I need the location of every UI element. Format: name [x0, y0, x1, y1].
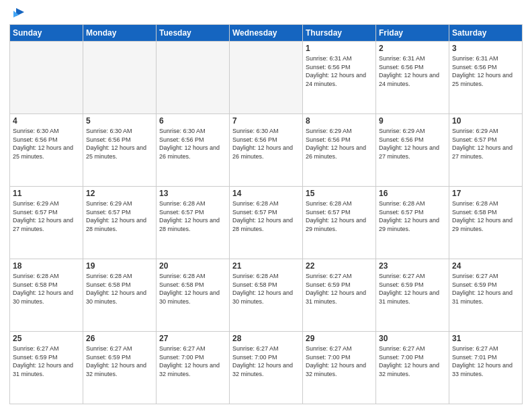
col-header-tuesday: Tuesday [157, 25, 230, 42]
day-info: Sunrise: 6:27 AM Sunset: 6:59 PM Dayligh… [86, 345, 153, 378]
day-cell: 14Sunrise: 6:28 AM Sunset: 6:57 PM Dayli… [230, 187, 303, 259]
day-number: 28 [232, 334, 300, 343]
day-number: 5 [86, 116, 153, 126]
logo-icon [11, 5, 26, 20]
col-header-thursday: Thursday [303, 25, 376, 42]
day-cell: 28Sunrise: 6:27 AM Sunset: 7:00 PM Dayli… [230, 332, 303, 404]
calendar-table: SundayMondayTuesdayWednesdayThursdayFrid… [9, 24, 523, 404]
day-number: 3 [452, 44, 519, 53]
day-number: 7 [232, 116, 300, 126]
day-info: Sunrise: 6:27 AM Sunset: 7:01 PM Dayligh… [452, 345, 519, 378]
col-header-saturday: Saturday [449, 25, 523, 42]
col-header-wednesday: Wednesday [230, 25, 303, 42]
day-info: Sunrise: 6:27 AM Sunset: 7:00 PM Dayligh… [159, 345, 226, 378]
day-cell: 22Sunrise: 6:27 AM Sunset: 6:59 PM Dayli… [303, 259, 376, 332]
page: SundayMondayTuesdayWednesdayThursdayFrid… [0, 0, 532, 411]
day-number: 30 [379, 334, 446, 343]
day-cell: 10Sunrise: 6:29 AM Sunset: 6:57 PM Dayli… [449, 114, 523, 187]
logo [9, 7, 26, 20]
day-number: 8 [306, 116, 373, 126]
day-cell: 24Sunrise: 6:27 AM Sunset: 6:59 PM Dayli… [449, 259, 523, 332]
day-info: Sunrise: 6:27 AM Sunset: 6:59 PM Dayligh… [379, 272, 446, 306]
day-number: 26 [86, 334, 153, 343]
day-number: 21 [232, 261, 300, 271]
day-cell [230, 42, 303, 114]
day-info: Sunrise: 6:27 AM Sunset: 7:00 PM Dayligh… [306, 345, 373, 378]
day-info: Sunrise: 6:30 AM Sunset: 6:56 PM Dayligh… [159, 127, 226, 161]
day-info: Sunrise: 6:28 AM Sunset: 6:58 PM Dayligh… [452, 199, 519, 233]
day-cell: 9Sunrise: 6:29 AM Sunset: 6:56 PM Daylig… [376, 114, 449, 187]
day-info: Sunrise: 6:30 AM Sunset: 6:56 PM Dayligh… [86, 127, 153, 161]
day-cell: 26Sunrise: 6:27 AM Sunset: 6:59 PM Dayli… [83, 332, 157, 404]
day-cell [10, 42, 83, 114]
day-cell: 23Sunrise: 6:27 AM Sunset: 6:59 PM Dayli… [376, 259, 449, 332]
day-number: 2 [379, 44, 446, 53]
day-number: 15 [306, 189, 373, 198]
day-cell: 4Sunrise: 6:30 AM Sunset: 6:56 PM Daylig… [10, 114, 83, 187]
day-cell: 2Sunrise: 6:31 AM Sunset: 6:56 PM Daylig… [376, 42, 449, 114]
day-info: Sunrise: 6:29 AM Sunset: 6:57 PM Dayligh… [452, 127, 519, 161]
day-cell: 20Sunrise: 6:28 AM Sunset: 6:58 PM Dayli… [157, 259, 230, 332]
day-cell: 29Sunrise: 6:27 AM Sunset: 7:00 PM Dayli… [303, 332, 376, 404]
day-number: 31 [452, 334, 519, 343]
day-number: 19 [86, 261, 153, 271]
day-info: Sunrise: 6:29 AM Sunset: 6:56 PM Dayligh… [306, 127, 373, 161]
day-info: Sunrise: 6:27 AM Sunset: 7:00 PM Dayligh… [379, 345, 446, 378]
day-number: 9 [379, 116, 446, 126]
day-number: 6 [159, 116, 226, 126]
day-info: Sunrise: 6:31 AM Sunset: 6:56 PM Dayligh… [379, 54, 446, 88]
day-number: 11 [13, 189, 80, 198]
day-info: Sunrise: 6:30 AM Sunset: 6:56 PM Dayligh… [13, 127, 80, 161]
day-info: Sunrise: 6:27 AM Sunset: 7:00 PM Dayligh… [232, 345, 300, 378]
day-number: 23 [379, 261, 446, 271]
col-header-friday: Friday [376, 25, 449, 42]
week-row-2: 4Sunrise: 6:30 AM Sunset: 6:56 PM Daylig… [10, 114, 523, 187]
day-number: 18 [13, 261, 80, 271]
day-info: Sunrise: 6:29 AM Sunset: 6:56 PM Dayligh… [379, 127, 446, 161]
day-cell: 18Sunrise: 6:28 AM Sunset: 6:58 PM Dayli… [10, 259, 83, 332]
week-row-1: 1Sunrise: 6:31 AM Sunset: 6:56 PM Daylig… [10, 42, 523, 114]
day-cell: 21Sunrise: 6:28 AM Sunset: 6:58 PM Dayli… [230, 259, 303, 332]
day-number: 29 [306, 334, 373, 343]
day-cell: 27Sunrise: 6:27 AM Sunset: 7:00 PM Dayli… [157, 332, 230, 404]
day-cell [157, 42, 230, 114]
day-number: 12 [86, 189, 153, 198]
day-cell: 7Sunrise: 6:30 AM Sunset: 6:56 PM Daylig… [230, 114, 303, 187]
day-info: Sunrise: 6:28 AM Sunset: 6:57 PM Dayligh… [232, 199, 300, 233]
day-info: Sunrise: 6:27 AM Sunset: 6:59 PM Dayligh… [306, 272, 373, 306]
day-info: Sunrise: 6:28 AM Sunset: 6:57 PM Dayligh… [159, 199, 226, 233]
day-cell: 11Sunrise: 6:29 AM Sunset: 6:57 PM Dayli… [10, 187, 83, 259]
day-cell: 3Sunrise: 6:31 AM Sunset: 6:56 PM Daylig… [449, 42, 523, 114]
day-info: Sunrise: 6:28 AM Sunset: 6:57 PM Dayligh… [379, 199, 446, 233]
day-info: Sunrise: 6:29 AM Sunset: 6:57 PM Dayligh… [86, 199, 153, 233]
day-cell: 8Sunrise: 6:29 AM Sunset: 6:56 PM Daylig… [303, 114, 376, 187]
day-cell: 12Sunrise: 6:29 AM Sunset: 6:57 PM Dayli… [83, 187, 157, 259]
day-number: 16 [379, 189, 446, 198]
day-cell: 31Sunrise: 6:27 AM Sunset: 7:01 PM Dayli… [449, 332, 523, 404]
day-cell: 1Sunrise: 6:31 AM Sunset: 6:56 PM Daylig… [303, 42, 376, 114]
day-number: 17 [452, 189, 519, 198]
day-number: 1 [306, 44, 373, 53]
day-cell: 16Sunrise: 6:28 AM Sunset: 6:57 PM Dayli… [376, 187, 449, 259]
day-cell: 17Sunrise: 6:28 AM Sunset: 6:58 PM Dayli… [449, 187, 523, 259]
day-cell: 13Sunrise: 6:28 AM Sunset: 6:57 PM Dayli… [157, 187, 230, 259]
day-info: Sunrise: 6:30 AM Sunset: 6:56 PM Dayligh… [232, 127, 300, 161]
day-number: 25 [13, 334, 80, 343]
day-info: Sunrise: 6:28 AM Sunset: 6:58 PM Dayligh… [86, 272, 153, 306]
day-number: 4 [13, 116, 80, 126]
day-info: Sunrise: 6:28 AM Sunset: 6:58 PM Dayligh… [13, 272, 80, 306]
day-number: 13 [159, 189, 226, 198]
day-info: Sunrise: 6:27 AM Sunset: 6:59 PM Dayligh… [452, 272, 519, 306]
day-number: 14 [232, 189, 300, 198]
day-info: Sunrise: 6:28 AM Sunset: 6:58 PM Dayligh… [232, 272, 300, 306]
day-number: 24 [452, 261, 519, 271]
col-header-monday: Monday [83, 25, 157, 42]
day-info: Sunrise: 6:28 AM Sunset: 6:57 PM Dayligh… [306, 199, 373, 233]
header [9, 7, 523, 20]
day-cell: 6Sunrise: 6:30 AM Sunset: 6:56 PM Daylig… [157, 114, 230, 187]
day-cell: 30Sunrise: 6:27 AM Sunset: 7:00 PM Dayli… [376, 332, 449, 404]
day-cell: 15Sunrise: 6:28 AM Sunset: 6:57 PM Dayli… [303, 187, 376, 259]
day-info: Sunrise: 6:28 AM Sunset: 6:58 PM Dayligh… [159, 272, 226, 306]
day-cell: 19Sunrise: 6:28 AM Sunset: 6:58 PM Dayli… [83, 259, 157, 332]
calendar-header-row: SundayMondayTuesdayWednesdayThursdayFrid… [10, 25, 523, 42]
